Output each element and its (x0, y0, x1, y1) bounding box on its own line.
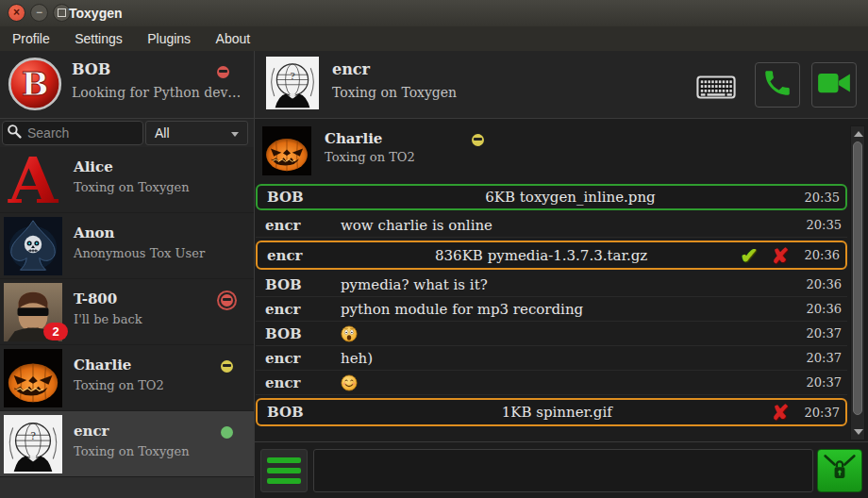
message-content: heh) (341, 350, 800, 367)
minimize-button[interactable]: − (30, 4, 48, 22)
smileys-menu-button[interactable] (260, 449, 308, 492)
phone-icon (761, 67, 793, 103)
message-time: 20:37 (800, 326, 843, 340)
message-author: encr (259, 217, 341, 234)
pumpkin-avatar (262, 126, 311, 175)
minimize-icon: − (36, 6, 42, 19)
contact-name: Alice (74, 158, 113, 175)
contact-name: T-800 (74, 290, 117, 307)
anon-mask-avatar: ? (266, 57, 319, 109)
contacts-sidebar: All A Alice Toxing on Toxygen Anon Anony… (0, 119, 254, 498)
letter-a-avatar: A (4, 151, 62, 209)
away-status-icon (472, 134, 484, 146)
message-row: encr python module for mp3 recording 20:… (256, 297, 847, 322)
message-author: BOB (261, 189, 342, 206)
message-content: 1KB spinner.gif (342, 404, 772, 421)
message-time: 20:35 (800, 218, 843, 232)
panel-divider (254, 51, 255, 498)
contact-status-message: Toxing on Toxygen (74, 444, 190, 458)
message-row: encr heh) 20:37 (256, 346, 847, 371)
search-icon (7, 124, 22, 142)
self-name: BOB (72, 60, 110, 78)
contact-list-item-anon[interactable]: Anon Anonymous Tox User (0, 213, 254, 279)
contact-status-message: Toxing on TO2 (74, 378, 164, 392)
message-content: wow charlie is online (341, 217, 800, 234)
chat-contact-status-message: Toxing on TO2 (325, 150, 415, 164)
message-time: 20:37 (800, 375, 843, 390)
message-row: encr 20:37 (256, 371, 847, 395)
close-icon: × (13, 6, 20, 19)
svg-text:?: ? (30, 430, 36, 442)
pumpkin-avatar (4, 349, 62, 407)
file-transfer-row: encr 836KB pymedia-1.3.7.3.tar.gz ✔✘ 20:… (256, 241, 847, 270)
send-encrypted-button[interactable] (817, 449, 862, 492)
message-author: BOB (259, 276, 341, 293)
scrollbar-thumb[interactable] (853, 141, 862, 415)
transfer-actions: ✔✘ (740, 242, 789, 268)
composer-divider (255, 441, 868, 442)
maximize-icon (58, 8, 66, 17)
video-camera-icon (817, 70, 851, 100)
contact-list: A Alice Toxing on Toxygen Anon Anonymous… (0, 147, 254, 477)
message-time: 20:37 (798, 406, 842, 420)
scroll-down-arrow[interactable] (854, 429, 863, 435)
message-author: BOB (261, 404, 342, 421)
cancel-transfer-button[interactable]: ✘ (772, 400, 789, 424)
scroll-up-arrow[interactable] (854, 131, 863, 137)
bob-avatar[interactable]: B (8, 57, 62, 111)
toxygen-window: × − Toxygen Profile Settings Plugins Abo… (0, 0, 868, 498)
message-content: pymedia? what is it? (341, 276, 800, 293)
message-row: BOB pymedia? what is it? 20:36 (256, 273, 847, 297)
message-list: BOB 6KB toxygen_inline.png 20:35 encr wo… (256, 181, 847, 429)
menu-item-settings[interactable]: Settings (64, 26, 133, 51)
anon-mask-avatar: ? (4, 415, 62, 473)
lock-send-icon (821, 452, 859, 490)
contact-list-item-charlie[interactable]: Charlie Toxing on TO2 (0, 345, 254, 411)
search-input[interactable] (25, 124, 139, 141)
menu-item-plugins[interactable]: Plugins (137, 26, 201, 51)
contact-list-item-encr[interactable]: ? encr Toxing on Toxygen (0, 411, 254, 477)
message-time: 20:35 (798, 191, 842, 205)
contact-list-item-alice[interactable]: A Alice Toxing on Toxygen (0, 147, 254, 213)
message-time: 20:37 (800, 351, 843, 365)
menu-bar: Profile Settings Plugins About (0, 26, 868, 51)
video-call-button[interactable] (811, 62, 857, 108)
svg-text:?: ? (290, 71, 294, 81)
chat-scrollbar[interactable] (850, 125, 865, 440)
smiling-face-emoji (341, 374, 800, 391)
menu-item-about[interactable]: About (206, 26, 261, 51)
message-time: 20:36 (800, 277, 843, 291)
message-content: python module for mp3 recording (341, 301, 800, 318)
contact-filter-value: All (155, 125, 170, 141)
chat-pane: Charlie Toxing on TO2 BOB 6KB toxygen_in… (255, 119, 868, 498)
window-title: Toxygen (69, 0, 123, 26)
accept-transfer-button[interactable]: ✔ (740, 242, 758, 268)
unread-count-badge: 2 (43, 323, 68, 340)
menu-item-profile[interactable]: Profile (2, 26, 60, 51)
message-author: encr (259, 301, 341, 318)
close-button[interactable]: × (8, 4, 25, 22)
contact-name: Anon (74, 224, 114, 241)
search-box (2, 121, 143, 145)
contact-list-item-t-800[interactable]: T-800 I'll be back 2 (0, 279, 254, 345)
contact-status-message: Anonymous Tox User (74, 246, 205, 260)
shocked-face-emoji (341, 325, 800, 342)
contact-name: Charlie (74, 357, 131, 374)
active-chat-status-message: Toxing on Toxygen (332, 85, 457, 100)
search-row: All (0, 119, 254, 147)
contact-name: encr (74, 423, 109, 440)
message-author: BOB (259, 325, 341, 342)
cancel-transfer-button[interactable]: ✘ (772, 243, 789, 268)
svg-text:A: A (8, 151, 59, 209)
message-input[interactable] (313, 449, 813, 492)
message-content: 836KB pymedia-1.3.7.3.tar.gz (342, 247, 740, 264)
message-row: BOB 20:37 (256, 322, 847, 346)
contact-filter-dropdown[interactable]: All (145, 121, 248, 145)
contact-status-message: Toxing on Toxygen (74, 180, 190, 194)
keyboard-icon[interactable] (696, 75, 736, 103)
message-time: 20:36 (798, 248, 842, 262)
message-time: 20:36 (800, 302, 843, 316)
message-content: 6KB toxygen_inline.png (342, 189, 798, 206)
audio-call-button[interactable] (755, 62, 800, 108)
away-status-icon (221, 360, 233, 373)
